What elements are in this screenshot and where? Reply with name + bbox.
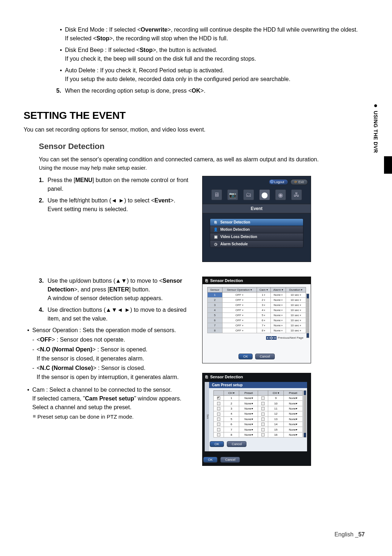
section-intro: You can set recording options for sensor… [24, 126, 368, 133]
side-tab: ● USING THE DVR [372, 102, 379, 153]
dash-nc-sub: If the sensor is open by interruption, i… [24, 373, 191, 382]
step-3: 3. Use the up/down buttons (▲▼) to move … [39, 277, 191, 303]
table-row[interactable]: 6OFF▾6▾None▾10 sec▾ [208, 318, 306, 323]
table-row[interactable]: 8None▾16None▾ [214, 432, 303, 437]
cancel-button[interactable]: Cancel [255, 354, 275, 359]
table-row[interactable]: 3OFF▾3▾None▾10 sec▾ [208, 303, 306, 308]
event-title: Event [203, 204, 311, 213]
sensor-icon: ⎘ [205, 375, 208, 379]
square-ptz-note: Preset setup can be done in PTZ mode. [24, 413, 191, 421]
bullet-sensor-operation: Sensor Operation : Sets the operation mo… [24, 326, 191, 335]
prev-page-button[interactable]: ◄◄ [266, 336, 271, 340]
page-footer: English _57 [334, 531, 365, 538]
dash-nc: <N.C (Normal Close)> : Sensor is closed. [24, 364, 191, 373]
step-1: 1. Press the [MENU] button on the remote… [39, 176, 191, 193]
th-preset[interactable]: Preset [239, 391, 258, 396]
table-row[interactable]: 7OFF▾7▾None▾10 sec▾ [208, 323, 306, 328]
table-row[interactable]: 5None▾13None▾ [214, 416, 303, 422]
controller-icon[interactable]: 🖧 [291, 189, 302, 200]
table-row[interactable]: 2OFF▾2▾None▾10 sec▾ [208, 298, 306, 303]
menu-video-loss[interactable]: ▣Video Loss Detection [210, 233, 303, 241]
table-row[interactable]: 8OFF▾8▾None▾10 sec▾ [208, 328, 306, 333]
cam-preset-table: CH ▾ Preset CH ▾ Preset 1None▾9None▾2Non… [213, 390, 303, 438]
th-sensor[interactable]: Sensor [208, 287, 222, 293]
table-row[interactable]: 7None▾15None▾ [214, 427, 303, 432]
heading-setting-the-event: SETTING THE EVENT [24, 110, 368, 121]
next-page-button[interactable]: ►► [271, 336, 277, 340]
figure-sensor-detection: ⎘Sensor Detection Sensor Sensor Operatio… [202, 277, 311, 363]
table-row[interactable]: 1None▾9None▾ [214, 396, 303, 401]
bullet-cam: Cam : Select a channel to be connected t… [24, 386, 191, 412]
ok-button[interactable]: OK [238, 354, 253, 359]
th-ch[interactable]: CH ▾ [224, 391, 239, 396]
cam-preset-title: Cam Preset setup [209, 382, 307, 388]
ok-button[interactable]: OK [210, 441, 224, 447]
thumb-index-marker [384, 156, 392, 174]
bullet-disk-end-mode: Disk End Mode : If selected <Overwrite>,… [56, 25, 368, 43]
network-icon[interactable]: ◉ [275, 189, 286, 200]
th-duration[interactable]: Duration ▾ [286, 287, 306, 293]
th-cam[interactable]: Cam ▾ [257, 287, 270, 293]
table-row[interactable]: 1OFF▾1▾None▾10 sec▾ [208, 293, 306, 298]
menu-motion-detection[interactable]: 👤Motion Detection [210, 226, 303, 233]
heading-sensor-detection: Sensor Detection [39, 142, 368, 151]
th-sensor-op[interactable]: Sensor Operation ▾ [222, 287, 257, 293]
scrollbar[interactable] [306, 294, 309, 338]
table-row[interactable]: 4None▾12None▾ [214, 411, 303, 416]
pager: ◄◄►► Previous/Next Page [203, 335, 311, 341]
exit-button[interactable]: ⟳ Exit [290, 179, 308, 185]
menu-sensor-detection[interactable]: ⎘Sensor Detection [210, 219, 303, 226]
camera-icon[interactable]: 📷 [227, 189, 238, 200]
sensor-intro: You can set the sensor's operating condi… [39, 156, 368, 163]
dash-no-sub: If the sensor is closed, it generates al… [24, 354, 191, 363]
scrollbar[interactable] [303, 390, 306, 438]
outer-cancel-button[interactable]: Cancel [220, 457, 240, 463]
cancel-button[interactable]: Cancel [227, 441, 246, 447]
menu-alarm-schedule[interactable]: ◷Alarm Schedule [210, 241, 303, 247]
table-row[interactable]: 3None▾11None▾ [214, 406, 303, 411]
th-preset2[interactable]: Preset [283, 391, 302, 396]
step-2: 2. Use the left/right button (◄ ►) to se… [39, 196, 191, 214]
th-ch2[interactable]: CH ▾ [268, 391, 284, 396]
sensor-icon: ⎘ [205, 278, 208, 283]
table-row[interactable]: 2None▾10None▾ [214, 401, 303, 406]
table-row[interactable]: 4OFF▾4▾None▾10 sec▾ [208, 308, 306, 313]
figure-event-menu: iLogout ⟳ Exit 🖥 📷 🗂 ⬤ ◉ 🖧 Event ⎘Sensor… [202, 176, 311, 262]
table-row[interactable]: 6None▾14None▾ [214, 422, 303, 427]
bullet-disk-end-beep: Disk End Beep : If selected <Stop>, the … [56, 46, 368, 63]
event-icon[interactable]: ⬤ [259, 189, 270, 200]
logout-button[interactable]: iLogout [269, 179, 288, 185]
dash-off: <OFF> : Sensor does not operate. [24, 335, 191, 345]
outer-ok-button[interactable]: OK [203, 457, 217, 463]
table-row[interactable]: 5OFF▾5▾None▾10 sec▾ [208, 313, 306, 318]
step-5: 5. When the recording option setup is do… [56, 86, 368, 95]
bullet-auto-delete: Auto Delete : If you check it, Record Pe… [56, 66, 368, 84]
step-4: 4. Use direction buttons (▲▼◄ ►) to move… [39, 306, 191, 323]
dash-no: <N.O (Normal Open)> : Sensor is opened. [24, 345, 191, 354]
figure-cam-preset: ⎘Sensor Detection Sen Cam Preset setup C… [202, 373, 311, 466]
record-icon[interactable]: 🗂 [243, 189, 254, 200]
th-alarm[interactable]: Alarm ▾ [270, 287, 286, 293]
mouse-hint: Using the mouse may help make setup easi… [39, 165, 368, 171]
sensor-table: Sensor Sensor Operation ▾ Cam ▾ Alarm ▾ … [207, 287, 306, 333]
system-icon[interactable]: 🖥 [211, 189, 222, 200]
side-label: Sen [205, 382, 209, 451]
